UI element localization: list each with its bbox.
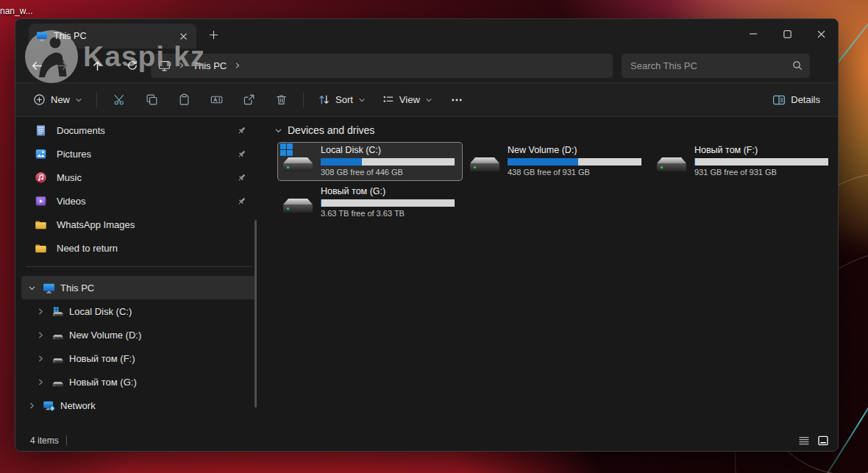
sidebar-item-label: WhatsApp Images <box>57 219 135 230</box>
drive-info: Новый том (G:) 3.63 TB free of 3.63 TB <box>321 185 455 221</box>
sort-icon <box>318 93 330 106</box>
details-pane-icon <box>772 93 786 107</box>
sidebar-item-label: Pictures <box>57 149 91 160</box>
hard-drive-icon <box>655 151 688 174</box>
tab-close-icon[interactable] <box>174 27 192 45</box>
section-devices-and-drives[interactable]: Devices and drives <box>274 124 839 136</box>
minimize-button[interactable] <box>736 19 770 49</box>
capacity-bar <box>508 158 641 166</box>
sidebar-item-music[interactable]: Music <box>21 166 257 189</box>
command-toolbar: New <box>15 82 838 117</box>
back-button[interactable] <box>24 53 49 78</box>
capacity-bar <box>321 158 455 166</box>
items-count: 4 items <box>30 435 59 446</box>
hard-drive-icon <box>282 192 314 215</box>
tree-item-this-pc[interactable]: This PC <box>21 276 257 299</box>
sort-button[interactable]: Sort <box>310 88 373 113</box>
drive-tile-local-disk-c[interactable]: Local Disk (C:) 308 GB free of 446 GB <box>278 143 462 180</box>
view-button[interactable]: View <box>374 88 440 113</box>
sidebar-item-label: Music <box>57 172 82 183</box>
delete-button[interactable] <box>266 88 296 113</box>
more-options-button[interactable] <box>441 88 472 113</box>
search-box <box>622 54 810 78</box>
drive-tile-new-volume-d[interactable]: New Volume (D:) 438 GB free of 931 GB <box>465 143 649 180</box>
new-tab-button[interactable] <box>202 24 224 46</box>
window-content: Documents Pictures <box>15 117 838 432</box>
close-button[interactable] <box>804 19 838 49</box>
status-divider <box>66 435 67 446</box>
refresh-button[interactable] <box>120 53 145 78</box>
search-icon <box>791 60 803 71</box>
tree-item-new-volume-d[interactable]: New Volume (D:) <box>21 323 257 346</box>
drive-tile-volume-f[interactable]: Новый том (F:) 931 GB free of 931 GB <box>652 143 836 180</box>
capacity-bar <box>694 158 828 166</box>
copy-icon <box>146 93 158 106</box>
new-button[interactable]: New <box>26 88 90 113</box>
capacity-bar-fill <box>508 158 578 166</box>
chevron-right-icon[interactable] <box>35 355 46 363</box>
capacity-bar-fill <box>694 158 695 166</box>
tree-item-volume-f[interactable]: Новый том (F:) <box>21 346 257 370</box>
drive-free-space: 308 GB free of 446 GB <box>321 168 455 177</box>
rename-button[interactable] <box>201 88 232 113</box>
desktop-icon-label[interactable]: nan_w... <box>0 6 33 16</box>
paste-button[interactable] <box>168 88 199 113</box>
this-pc-icon <box>43 282 55 294</box>
details-view-icon[interactable] <box>798 435 810 447</box>
drive-info: Local Disk (C:) 308 GB free of 446 GB <box>321 144 455 180</box>
drive-name: New Volume (D:) <box>508 145 641 156</box>
share-button[interactable] <box>233 88 264 113</box>
details-button[interactable]: Details <box>765 88 828 113</box>
tree-item-label: Local Disk (C:) <box>69 306 132 317</box>
window-controls <box>736 19 838 49</box>
address-bar[interactable]: This PC <box>151 54 613 78</box>
chevron-right-icon[interactable] <box>35 378 46 386</box>
hard-drive-icon <box>469 151 501 174</box>
network-icon <box>43 399 55 412</box>
breadcrumb-monitor-icon <box>158 60 171 72</box>
sidebar-item-pictures[interactable]: Pictures <box>21 142 257 166</box>
sidebar-item-whatsapp-images[interactable]: WhatsApp Images <box>21 213 257 236</box>
chevron-down-icon <box>274 127 282 135</box>
tab-bar: This PC <box>15 19 838 49</box>
drive-tile-volume-g[interactable]: Новый том (G:) 3.63 TB free of 3.63 TB <box>278 184 462 221</box>
rename-icon <box>210 93 223 106</box>
search-input[interactable] <box>622 54 810 78</box>
capacity-bar-fill <box>321 158 362 166</box>
navigation-bar: This PC <box>15 49 838 82</box>
large-icons-view-icon[interactable] <box>817 435 829 447</box>
drive-name: Новый том (F:) <box>694 145 828 156</box>
maximize-button[interactable] <box>770 19 804 49</box>
chevron-down-icon <box>358 96 366 104</box>
drive-icon-wrap <box>652 144 691 180</box>
chevron-right-icon[interactable] <box>35 307 46 316</box>
tree-item-volume-g[interactable]: Новый том (G:) <box>21 370 257 394</box>
sidebar-item-label: Need to return <box>57 243 118 254</box>
ellipsis-icon <box>450 93 463 107</box>
breadcrumb-item-this-pc[interactable]: This PC <box>193 60 227 71</box>
drive-icon-wrap <box>465 144 505 180</box>
document-icon <box>35 124 47 137</box>
pin-icon <box>237 126 246 135</box>
drive-icon <box>51 330 64 341</box>
chevron-down-icon[interactable] <box>26 284 38 292</box>
chevron-right-icon[interactable] <box>35 331 46 339</box>
drive-icon-wrap <box>278 144 318 180</box>
tree-item-network[interactable]: Network <box>21 394 257 417</box>
sidebar-scrollbar[interactable] <box>255 220 257 408</box>
forward-button[interactable] <box>49 53 74 78</box>
drive-free-space: 3.63 TB free of 3.63 TB <box>321 209 455 218</box>
cut-button[interactable] <box>104 88 135 113</box>
copy-button[interactable] <box>136 88 167 113</box>
sidebar-item-need-to-return[interactable]: Need to return <box>21 236 257 260</box>
section-title: Devices and drives <box>288 124 374 136</box>
sidebar-item-label: Videos <box>57 196 86 207</box>
sidebar-item-documents[interactable]: Documents <box>21 118 257 142</box>
up-button[interactable] <box>85 53 110 78</box>
chevron-right-icon[interactable] <box>26 402 38 410</box>
paste-icon <box>178 93 191 106</box>
tab-this-pc[interactable]: This PC <box>29 24 196 49</box>
sidebar-item-videos[interactable]: Videos <box>21 189 257 213</box>
drive-info: Новый том (F:) 931 GB free of 931 GB <box>694 144 828 180</box>
tree-item-local-disk-c[interactable]: Local Disk (C:) <box>21 299 257 323</box>
